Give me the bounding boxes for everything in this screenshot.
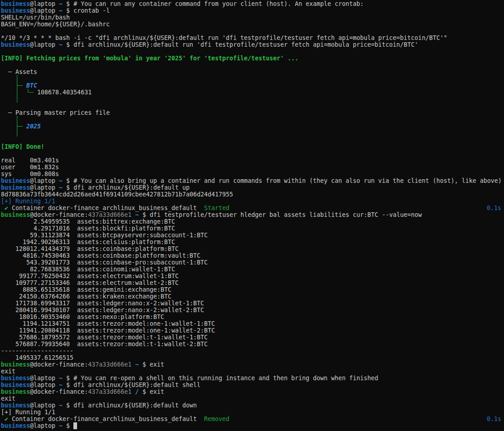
text-segment: dfi archlinux/${USER}:default up xyxy=(73,184,189,191)
terminal-line: sys 0m0.808s xyxy=(1,171,504,177)
terminal-line: 4.29171016 assets:blockfi:platform:BTC xyxy=(1,225,504,232)
text-segment: 4816.74530463 assets:coinbase:platform:v… xyxy=(1,252,200,259)
text-segment: exit xyxy=(1,395,15,402)
text-segment: dfi archlinux/${USER}:default run 'dfi t… xyxy=(73,41,418,48)
text-segment: Container docker-finance_archlinux_busin… xyxy=(8,416,204,422)
text-segment: 1495337.61256515 xyxy=(1,354,73,361)
terminal-line: */10 */3 * * * bash -i -c "dfi archlinux… xyxy=(1,34,504,41)
terminal-line: BASH_ENV=/home/${USER}/.bashrc xyxy=(1,21,504,28)
terminal-line: ├─ BTC xyxy=(1,82,504,89)
terminal-line: 171738.69943317 assets:ledger:nano:x-2:w… xyxy=(1,300,504,307)
text-segment: ~ xyxy=(59,184,63,191)
text-segment: exit xyxy=(150,388,164,395)
text-segment: $ xyxy=(63,0,73,7)
text-segment: [INFO] Fetching prices from 'mobula' in … xyxy=(1,55,298,62)
text-segment: exit xyxy=(150,361,164,368)
text-segment: dfi archlinux/${USER}:default shell xyxy=(73,382,200,388)
text-segment: 109777.27153346 assets:electrum:wallet-2… xyxy=(1,279,179,286)
text-segment: ~ xyxy=(59,402,63,409)
terminal-line: business@laptop ~ $ # You can run any co… xyxy=(1,0,504,7)
text-segment: BTC xyxy=(26,82,37,89)
terminal-line: exit xyxy=(1,395,504,402)
text-segment: ~ xyxy=(59,41,63,48)
terminal-line: 4816.74530463 assets:coinbase:platform:v… xyxy=(1,252,504,259)
text-segment: @laptop xyxy=(30,0,59,7)
terminal-line xyxy=(1,150,504,157)
terminal-line: 57686.18795572 assets:trezor:model:t-1:w… xyxy=(1,334,504,341)
text-segment: │ └─ xyxy=(1,89,37,96)
terminal-line: business@laptop ~ $ dfi archlinux/${USER… xyxy=(1,382,504,388)
text-segment: ─ Parsing master prices file xyxy=(1,109,110,116)
text-segment: ~ xyxy=(59,177,63,184)
terminal-line: ✔ Container docker-finance_archlinux_bus… xyxy=(1,416,504,422)
terminal-line: 543.39201773 assets:coinbase-pro:subacco… xyxy=(1,259,504,266)
terminal-line: user 0m1.832s xyxy=(1,164,504,171)
terminal[interactable]: business@laptop ~ $ # You can run any co… xyxy=(0,0,504,431)
terminal-line xyxy=(1,62,504,69)
text-segment: business xyxy=(1,0,30,7)
terminal-line: [INFO] Fetching prices from 'mobula' in … xyxy=(1,55,504,62)
terminal-line: business@laptop ~ $ crontab -l xyxy=(1,7,504,14)
terminal-line: business@docker-finance:437a33d666e1 ~ $… xyxy=(1,211,504,218)
text-segment: sys 0m0.808s xyxy=(1,171,59,177)
terminal-line: │ xyxy=(1,96,504,103)
terminal-line: 24150.63764266 assets:kraken:exchange:BT… xyxy=(1,293,504,300)
text-segment: 82.76838536 assets:coinomi:wallet-1:BTC xyxy=(1,266,175,273)
text-segment: # You can run any container command from… xyxy=(73,0,363,7)
text-segment: │ xyxy=(1,75,19,82)
terminal-line: business@laptop ~ $ dfi archlinux/${USER… xyxy=(1,402,504,409)
text-segment: $ xyxy=(139,211,150,218)
text-segment: 59.31123874 assets:btcpayserver:subaccou… xyxy=(1,232,208,239)
text-segment: business xyxy=(1,41,30,48)
text-segment: business xyxy=(1,375,30,382)
terminal-line: 576887.79935640 assets:trezor:model:t-1:… xyxy=(1,341,504,348)
text-segment: crontab -l xyxy=(73,7,110,14)
text-segment: $ xyxy=(63,402,73,409)
terminal-line: 128012.41434379 assets:coinbase:platform… xyxy=(1,245,504,252)
terminal-line: 2.54959535 assets:bittrex:exchange:BTC xyxy=(1,218,504,225)
terminal-line: business@docker-finance:437a33d666e1 ~ $… xyxy=(1,361,504,368)
terminal-line: [+] Running 1/1 xyxy=(1,198,504,205)
text-segment: business xyxy=(1,388,30,395)
terminal-line xyxy=(1,28,504,34)
terminal-line: SHELL=/usr/bin/bash xyxy=(1,14,504,21)
terminal-line: business@laptop ~ $ dfi archlinux/${USER… xyxy=(1,184,504,191)
terminal-line: 82.76838536 assets:coinomi:wallet-1:BTC xyxy=(1,266,504,273)
text-segment: */10 */3 * * * bash -i -c "dfi archlinux… xyxy=(1,34,447,41)
text-segment: 171738.69943317 assets:ledger:nano:x-2:w… xyxy=(1,300,204,307)
text-segment: business xyxy=(1,402,30,409)
text-segment: │ xyxy=(1,96,19,103)
text-segment: $ xyxy=(63,184,73,191)
text-segment: # You can also bring up a container and … xyxy=(73,177,502,184)
text-segment: $ xyxy=(63,41,73,48)
terminal-line: business@laptop ~ $ dfi archlinux/${USER… xyxy=(1,41,504,48)
text-segment: ✔ xyxy=(5,416,8,422)
text-segment: -------------------- xyxy=(1,348,73,354)
text-segment: @docker-finance: xyxy=(30,361,88,368)
text-segment: real 0m3.401s xyxy=(1,157,59,164)
text-segment: SHELL=/usr/bin/bash xyxy=(1,14,70,21)
terminal-line: │ xyxy=(1,116,504,123)
text-segment: dfi testprofile/testuser hledger bal ass… xyxy=(150,211,422,218)
text-segment: business xyxy=(1,382,30,388)
text-segment: business xyxy=(1,211,30,218)
text-segment: business xyxy=(1,7,30,14)
terminal-line: business@docker-finance:437a33d666e1 / $… xyxy=(1,388,504,395)
terminal-line: 59.31123874 assets:btcpayserver:subaccou… xyxy=(1,232,504,239)
text-segment: BASH_ENV=/home/${USER}/.bashrc xyxy=(1,21,110,28)
terminal-line: business@laptop ~ $ # You can also bring… xyxy=(1,177,504,184)
terminal-line: 1194.12134751 assets:trezor:model:one-1:… xyxy=(1,320,504,327)
text-segment: 543.39201773 assets:coinbase-pro:subacco… xyxy=(1,259,208,266)
terminal-line: 1495337.61256515 xyxy=(1,354,504,361)
terminal-line: [INFO] Done! xyxy=(1,143,504,150)
terminal-line: 1942.90296313 assets:celsius:platform:BT… xyxy=(1,239,504,245)
text-segment: ~ xyxy=(59,7,63,14)
text-segment: @laptop xyxy=(30,375,59,382)
text-segment: @laptop xyxy=(30,177,59,184)
text-segment: 128012.41434379 assets:coinbase:platform… xyxy=(1,245,179,252)
terminal-line: ✔ Container docker-finance_archlinux_bus… xyxy=(1,205,504,211)
text-segment: 280416.99430107 assets:ledger:nano:x-2:w… xyxy=(1,307,204,313)
terminal-line: 99177.76250432 assets:electrum:wallet-1:… xyxy=(1,273,504,279)
text-segment: Removed xyxy=(204,416,229,422)
terminal-line: 8885.65135618 assets:gemini:exchange:BTC xyxy=(1,286,504,293)
